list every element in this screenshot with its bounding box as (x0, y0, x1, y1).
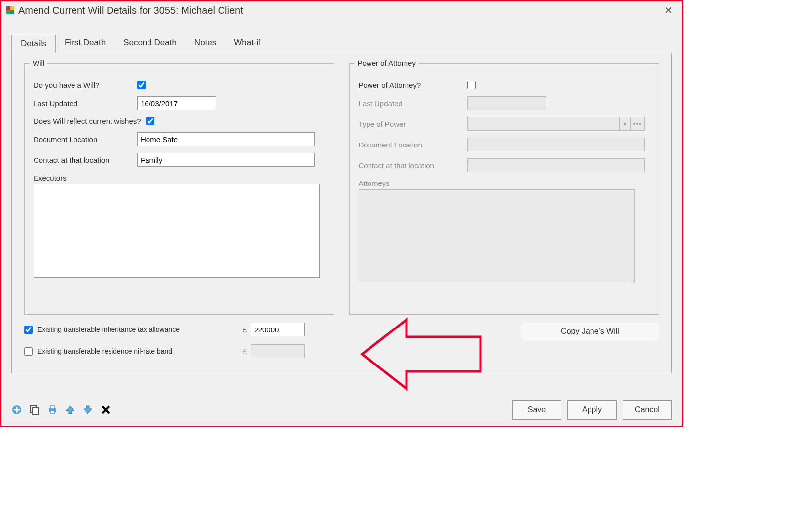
nrb-checkbox[interactable] (24, 347, 33, 356)
poa-attorneys-textarea[interactable] (359, 189, 635, 283)
add-icon[interactable] (11, 404, 22, 415)
delete-icon[interactable] (100, 404, 111, 415)
ellipsis-icon[interactable]: ••• (631, 117, 645, 131)
print-icon[interactable] (47, 404, 58, 415)
svg-rect-5 (33, 408, 38, 415)
tab-second-death[interactable]: Second Death (114, 34, 185, 53)
svg-rect-3 (14, 409, 20, 411)
nrb-currency: £ (243, 347, 247, 356)
arrow-up-icon[interactable] (65, 404, 75, 415)
poa-contact-label: Contact at that location (359, 161, 467, 170)
arrow-down-icon[interactable] (82, 404, 93, 415)
close-icon[interactable]: ✕ (661, 4, 677, 16)
poa-type-combo[interactable]: ▼ ••• (467, 117, 645, 131)
poa-has-checkbox[interactable] (467, 81, 476, 89)
svg-marker-9 (66, 406, 74, 414)
copy-icon[interactable] (29, 404, 40, 415)
window-title: Amend Current Will Details for 3055: Mic… (18, 5, 661, 16)
iht-allowance-label: Existing transferable inheritance tax al… (37, 326, 235, 333)
poa-has-label: Power of Attorney? (359, 81, 467, 89)
app-icon (6, 6, 14, 14)
cancel-button[interactable]: Cancel (623, 400, 672, 420)
will-doc-location-input[interactable] (137, 132, 315, 146)
svg-marker-10 (84, 406, 92, 414)
tab-strip: Details First Death Second Death Notes W… (11, 34, 672, 53)
executors-label: Executors (34, 174, 67, 182)
copy-will-button[interactable]: Copy Jane's Will (521, 323, 659, 340)
iht-allowance-input[interactable] (251, 323, 305, 336)
tab-notes[interactable]: Notes (185, 34, 225, 53)
apply-button[interactable]: Apply (567, 400, 617, 420)
poa-contact-input[interactable] (467, 158, 645, 172)
will-doc-location-label: Document Location (34, 135, 137, 144)
will-last-updated-label: Last Updated (34, 99, 137, 108)
iht-allowance-checkbox[interactable] (24, 326, 33, 334)
tab-what-if[interactable]: What-if (225, 34, 269, 53)
have-will-checkbox[interactable] (137, 81, 146, 89)
poa-attorneys-label: Attorneys (359, 179, 390, 187)
iht-currency: £ (243, 326, 247, 334)
poa-type-label: Type of Power (359, 120, 467, 128)
reflect-wishes-checkbox[interactable] (146, 117, 154, 125)
poa-group-legend: Power of Attorney (355, 59, 419, 67)
will-contact-input[interactable] (137, 153, 315, 167)
executors-textarea[interactable] (34, 184, 320, 278)
chevron-down-icon[interactable]: ▼ (619, 117, 631, 131)
will-group-legend: Will (30, 59, 47, 67)
nrb-label: Existing transferable residence nil-rate… (37, 347, 235, 355)
tab-first-death[interactable]: First Death (56, 34, 114, 53)
will-contact-label: Contact at that location (34, 156, 137, 164)
have-will-label: Do you have a Will? (34, 81, 137, 89)
will-last-updated-input[interactable] (137, 96, 216, 110)
reflect-wishes-label: Does Will reflect current wishes? (34, 117, 141, 125)
poa-doc-location-label: Document Location (359, 141, 467, 149)
svg-rect-8 (50, 411, 54, 414)
poa-last-updated-input[interactable] (467, 96, 546, 110)
poa-last-updated-label: Last Updated (359, 99, 467, 108)
svg-rect-7 (50, 406, 54, 409)
nrb-input[interactable] (251, 344, 305, 358)
save-button[interactable]: Save (512, 400, 561, 420)
poa-doc-location-input[interactable] (467, 138, 645, 151)
tab-details[interactable]: Details (11, 35, 56, 53)
